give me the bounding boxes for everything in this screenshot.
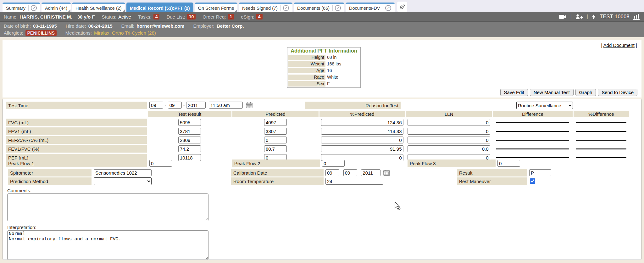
name-label: Name: bbox=[4, 14, 18, 20]
esign-count-badge[interactable]: 4 bbox=[256, 14, 263, 20]
test-time-input[interactable] bbox=[209, 102, 243, 109]
popout-icon[interactable]: ↗ bbox=[335, 5, 341, 11]
reason-for-test-select[interactable]: Routine Surveillance bbox=[516, 102, 573, 109]
tab-medical-record[interactable]: Medical Record (53):PFT (2) bbox=[126, 3, 193, 12]
calibration-date-label: Calibration Date bbox=[231, 169, 324, 176]
result-label: Result bbox=[457, 169, 527, 176]
tab-on-screen-forms[interactable]: On Screen Forms bbox=[195, 3, 237, 12]
fev1fvc-predicted-input[interactable] bbox=[264, 145, 287, 152]
medications-list[interactable]: Miralax, Ortho Tri-Cyclen (28) bbox=[94, 30, 156, 36]
add-document-container: | Add Document | bbox=[601, 42, 637, 48]
fvc-lln-input[interactable] bbox=[408, 119, 490, 126]
table-row-fvc: FVC (mL) bbox=[6, 119, 629, 126]
allergy-badge[interactable]: PENICILLINS bbox=[25, 30, 57, 36]
comments-textarea[interactable] bbox=[7, 193, 208, 221]
race-value: White bbox=[325, 75, 338, 80]
new-manual-test-button[interactable]: New Manual Test bbox=[530, 89, 574, 96]
prediction-method-select[interactable] bbox=[94, 177, 152, 185]
save-edit-button[interactable]: Save Edit bbox=[500, 89, 528, 96]
tasks-count-badge[interactable]: 4 bbox=[153, 14, 160, 20]
fev1-test-result-input[interactable] bbox=[178, 128, 201, 135]
send-to-device-button[interactable]: Send to Device bbox=[598, 89, 637, 96]
fev1fvc-test-result-input[interactable] bbox=[178, 145, 201, 152]
fef-pct-predicted-input[interactable] bbox=[321, 137, 403, 143]
spirometer-input[interactable] bbox=[94, 169, 152, 176]
fef-lln-input[interactable] bbox=[408, 137, 490, 143]
difference-line bbox=[496, 148, 569, 149]
best-maneuver-label: Best Maneuver bbox=[457, 177, 527, 185]
status-label: Status: bbox=[102, 14, 117, 20]
settings-button[interactable] bbox=[397, 2, 407, 12]
popout-icon[interactable]: ↗ bbox=[31, 5, 37, 11]
peak-flow-3-input[interactable] bbox=[497, 160, 520, 167]
patient-age-sex: 30 y/o F bbox=[77, 14, 95, 20]
result-input[interactable] bbox=[529, 169, 551, 176]
fvc-predicted-input[interactable] bbox=[264, 119, 287, 126]
pef-test-result-input[interactable] bbox=[178, 154, 201, 161]
fev1-predicted-input[interactable] bbox=[264, 128, 287, 135]
tab-documents-dv[interactable]: Documents-DV ↗ bbox=[346, 3, 395, 12]
add-person-icon[interactable] bbox=[575, 14, 583, 20]
room-temperature-input[interactable] bbox=[325, 178, 383, 185]
status-value: Active bbox=[118, 14, 131, 20]
peak-flow-1-input[interactable] bbox=[149, 160, 172, 167]
tab-admin[interactable]: Admin (44) bbox=[42, 3, 71, 12]
age-value: 16 bbox=[325, 68, 332, 73]
peak-flow-2-input[interactable] bbox=[322, 160, 345, 167]
link-divider: | bbox=[601, 42, 602, 48]
employer-label: Employer: bbox=[193, 23, 214, 29]
difference-line bbox=[496, 140, 569, 141]
calibration-month-input[interactable] bbox=[325, 169, 339, 176]
add-document-link[interactable]: Add Document bbox=[603, 42, 635, 48]
graph-button[interactable]: Graph bbox=[575, 89, 596, 96]
tab-health-surveillance[interactable]: Health Surveillance (2) bbox=[72, 3, 125, 12]
popout-icon[interactable]: ↗ bbox=[283, 5, 289, 11]
popout-icon[interactable]: ↗ bbox=[385, 5, 391, 11]
patient-header-bar: Name: HARRIS, CHRISTINE M. 30 y/o F Stat… bbox=[0, 12, 644, 21]
row-label: FEV1 (mL) bbox=[6, 127, 147, 135]
calendar-icon[interactable] bbox=[383, 170, 390, 176]
fef-test-result-input[interactable] bbox=[178, 137, 201, 143]
fvc-test-result-input[interactable] bbox=[178, 119, 201, 126]
station-id: TEST-10008 bbox=[600, 14, 630, 20]
best-maneuver-checkbox[interactable] bbox=[530, 178, 535, 184]
fev1fvc-pct-predicted-input[interactable] bbox=[321, 145, 403, 152]
date-separator: - bbox=[183, 103, 185, 108]
tab-label: Needs Signed (7) bbox=[242, 6, 278, 11]
fev1fvc-lln-input[interactable] bbox=[408, 145, 490, 152]
weight-value: 168 lbs bbox=[325, 61, 341, 67]
lightning-bolt-icon[interactable] bbox=[592, 14, 596, 20]
calendar-icon[interactable] bbox=[246, 102, 253, 108]
table-row-fev1-fvc: FEV1/FVC (%) bbox=[6, 145, 629, 153]
table-header-row: Test Result Predicted %Predicted LLN Dif… bbox=[6, 111, 629, 117]
sex-label: Sex bbox=[288, 81, 325, 87]
hire-date-value: 08-24-2015 bbox=[88, 23, 113, 29]
spirometer-label: Spirometer bbox=[8, 169, 92, 176]
bar-chart-icon[interactable] bbox=[633, 14, 640, 20]
video-camera-icon[interactable] bbox=[559, 14, 567, 19]
peak-flow-1-label: Peak Flow 1 bbox=[6, 159, 147, 167]
fev1-pct-predicted-input[interactable] bbox=[321, 128, 403, 135]
interpretation-textarea[interactable]: Normal Normal expiratory flows and a nor… bbox=[7, 230, 208, 260]
calibration-day-input[interactable] bbox=[343, 169, 357, 176]
tab-needs-signed[interactable]: Needs Signed (7) ↗ bbox=[239, 3, 292, 12]
tab-divider bbox=[280, 5, 281, 11]
test-year-input[interactable] bbox=[186, 102, 206, 109]
tab-summary[interactable]: Summary ↗ bbox=[3, 3, 40, 12]
due-list-count-badge[interactable]: 10 bbox=[187, 14, 196, 20]
fvc-pct-predicted-input[interactable] bbox=[321, 119, 403, 126]
order-req-count-badge[interactable]: 1 bbox=[228, 14, 234, 20]
tab-label: Summary bbox=[6, 6, 25, 11]
calibration-year-input[interactable] bbox=[361, 169, 380, 176]
fef-predicted-input[interactable] bbox=[264, 137, 287, 143]
tab-divider bbox=[28, 5, 29, 11]
test-day-input[interactable] bbox=[168, 102, 182, 109]
pct-difference-line bbox=[576, 140, 626, 141]
tab-documents[interactable]: Documents (66) ↗ bbox=[294, 3, 344, 12]
test-month-input[interactable] bbox=[149, 102, 163, 109]
pft-info-title: Additional PFT Information bbox=[288, 48, 359, 54]
pft-info-row: Weight 168 lbs bbox=[288, 61, 359, 67]
col-test-result: Test Result bbox=[148, 111, 231, 117]
difference-line bbox=[496, 157, 569, 158]
fev1-lln-input[interactable] bbox=[408, 128, 490, 135]
